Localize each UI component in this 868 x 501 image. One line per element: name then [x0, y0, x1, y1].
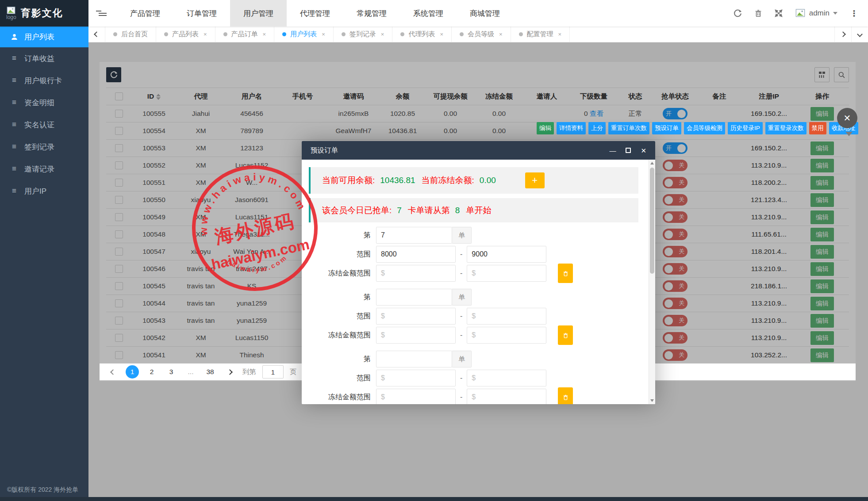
tab[interactable]: 配置管理×	[511, 27, 570, 42]
grab-toggle[interactable]: 关	[663, 332, 687, 344]
edit-button[interactable]: 编辑	[810, 297, 834, 310]
scroll-up-icon[interactable]	[650, 162, 654, 164]
trash-icon[interactable]	[754, 9, 762, 17]
table-refresh-button[interactable]	[106, 67, 121, 82]
delete-group-button[interactable]	[558, 264, 573, 283]
row-action-button[interactable]: 禁用	[809, 122, 826, 134]
tabs-menu-icon[interactable]	[851, 27, 868, 42]
tab[interactable]: 签到记录×	[334, 27, 393, 42]
row-action-button[interactable]: 重置订单次数	[608, 122, 649, 134]
edit-button[interactable]: 编辑	[810, 314, 834, 328]
tab[interactable]: 产品订单×	[215, 27, 275, 42]
row-action-button[interactable]: 历史登录IP	[728, 122, 763, 134]
row-checkbox[interactable]	[115, 317, 123, 325]
sidebar-item[interactable]: ≡实名认证	[0, 114, 88, 136]
order-no-input[interactable]	[376, 227, 452, 244]
row-checkbox[interactable]	[115, 161, 123, 169]
col-id[interactable]: ID	[132, 88, 176, 105]
grab-toggle[interactable]: 关	[663, 246, 687, 257]
sidebar-item[interactable]: ≡订单收益	[0, 47, 88, 69]
grab-toggle[interactable]: 开	[663, 142, 687, 154]
edit-button[interactable]: 编辑	[810, 228, 834, 241]
frozen-from-input[interactable]	[376, 389, 456, 404]
tab-close-icon[interactable]: ×	[381, 31, 384, 38]
minimize-icon[interactable]: —	[609, 147, 616, 154]
page-number[interactable]: 2	[145, 365, 158, 379]
nav-item[interactable]: 商城管理	[457, 0, 513, 27]
page-number[interactable]: 1	[126, 365, 139, 379]
row-action-button[interactable]: 详情资料	[557, 122, 586, 134]
grab-toggle[interactable]: 关	[663, 160, 687, 171]
tab[interactable]: 用户列表×	[274, 27, 334, 42]
tab-close-icon[interactable]: ×	[204, 31, 207, 38]
scroll-down-icon[interactable]	[650, 399, 654, 402]
row-action-button[interactable]: 重置登录次数	[765, 122, 807, 134]
tab-close-icon[interactable]: ×	[322, 31, 325, 38]
tab[interactable]: 产品列表×	[156, 27, 215, 42]
sidebar-item[interactable]: 用户列表	[0, 27, 88, 47]
edit-button[interactable]: 编辑	[810, 331, 834, 345]
tab[interactable]: 会员等级×	[452, 27, 511, 42]
scroll-thumb[interactable]	[650, 168, 654, 274]
range-from-input[interactable]	[376, 370, 456, 386]
frozen-from-input[interactable]	[376, 265, 456, 282]
grab-toggle[interactable]: 开	[663, 108, 687, 119]
grab-toggle[interactable]: 关	[663, 349, 687, 361]
edit-button[interactable]: 编辑	[810, 262, 834, 276]
grab-toggle[interactable]: 关	[663, 177, 687, 188]
row-action-button[interactable]: 编辑	[537, 122, 554, 134]
add-group-button[interactable]: +	[525, 172, 545, 188]
row-checkbox[interactable]	[115, 265, 123, 273]
select-all-checkbox[interactable]	[115, 92, 123, 100]
edit-button[interactable]: 编辑	[810, 279, 834, 293]
popup-close-button[interactable]: ✕	[837, 108, 857, 128]
range-from-input[interactable]	[376, 246, 456, 263]
tab[interactable]: 后台首页	[105, 27, 156, 42]
nav-item[interactable]: 系统管理	[400, 0, 457, 27]
user-menu[interactable]: admin	[795, 8, 837, 18]
row-action-button[interactable]: 上分	[588, 122, 606, 134]
edit-button[interactable]: 编辑	[810, 245, 834, 259]
frozen-to-input[interactable]	[467, 389, 546, 404]
nav-item[interactable]: 订单管理	[173, 0, 230, 27]
row-checkbox[interactable]	[115, 299, 123, 307]
row-checkbox[interactable]	[115, 351, 123, 359]
row-checkbox[interactable]	[115, 213, 123, 221]
tab-close-icon[interactable]: ×	[558, 31, 562, 38]
edit-button[interactable]: 编辑	[810, 348, 834, 362]
delete-group-button[interactable]	[558, 387, 573, 404]
range-to-input[interactable]	[467, 370, 546, 386]
tab-close-icon[interactable]: ×	[263, 31, 266, 38]
sort-icon[interactable]	[156, 94, 161, 100]
edit-button[interactable]: 编辑	[810, 159, 834, 172]
row-checkbox[interactable]	[115, 127, 123, 135]
tabs-scroll-left[interactable]	[88, 27, 105, 42]
grab-toggle[interactable]: 关	[663, 211, 687, 223]
modal-scrollbar[interactable]	[649, 160, 655, 404]
frozen-to-input[interactable]	[467, 265, 546, 282]
delete-group-button[interactable]	[558, 325, 573, 345]
sidebar-item[interactable]: ≡邀请记录	[0, 158, 88, 180]
nav-item[interactable]: 常规管理	[343, 0, 400, 27]
edit-button[interactable]: 编辑	[810, 210, 834, 224]
sidebar-item[interactable]: ≡资金明细	[0, 92, 88, 114]
page-number[interactable]: 38	[204, 365, 217, 379]
grab-toggle[interactable]: 关	[663, 298, 687, 309]
grab-toggle[interactable]: 关	[663, 315, 687, 326]
row-checkbox[interactable]	[115, 230, 123, 238]
tabs-scroll-right[interactable]	[834, 27, 851, 42]
maximize-icon[interactable]	[626, 148, 631, 153]
range-from-input[interactable]	[376, 308, 456, 325]
sidebar-collapse-icon[interactable]	[88, 0, 117, 27]
grab-toggle[interactable]: 关	[663, 280, 687, 292]
tab-close-icon[interactable]: ×	[440, 31, 443, 38]
tab[interactable]: 代理列表×	[392, 27, 452, 42]
fullscreen-icon[interactable]	[775, 9, 783, 17]
row-checkbox[interactable]	[115, 282, 123, 290]
nav-item[interactable]: 代理管理	[287, 0, 343, 27]
view-sub-link[interactable]: 查看	[590, 110, 603, 117]
order-no-input[interactable]	[376, 289, 452, 306]
grab-toggle[interactable]: 关	[663, 194, 687, 206]
row-action-button[interactable]: 会员等级检测	[684, 122, 725, 134]
edit-button[interactable]: 编辑	[810, 176, 834, 190]
